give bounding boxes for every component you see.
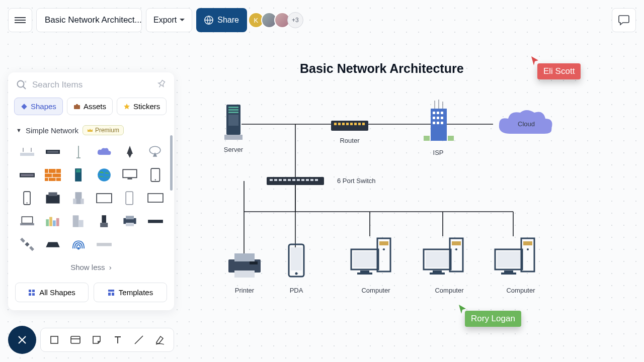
svg-rect-25: [73, 199, 76, 204]
panel-scrollbar[interactable]: [170, 135, 173, 191]
svg-rect-70: [362, 123, 365, 125]
shape-rocket[interactable]: [118, 141, 141, 162]
search-input[interactable]: [32, 80, 152, 90]
shape-server-tower[interactable]: [66, 164, 90, 186]
svg-rect-5: [20, 153, 34, 156]
svg-rect-23: [48, 193, 57, 196]
svg-rect-30: [22, 217, 32, 223]
shape-wifi-router[interactable]: [15, 141, 39, 162]
svg-rect-61: [224, 135, 243, 140]
svg-rect-37: [79, 220, 84, 227]
shape-satellite[interactable]: [15, 234, 39, 255]
tool-line[interactable]: [129, 330, 148, 350]
node-label: Computer: [358, 287, 393, 294]
shape-tablet[interactable]: [143, 164, 167, 186]
tool-card[interactable]: [66, 330, 85, 350]
node-label: Printer: [229, 287, 260, 294]
pin-button[interactable]: [157, 79, 166, 90]
node-pda[interactable]: [287, 242, 306, 281]
briefcase-icon: [73, 103, 80, 110]
chevron-right-icon: ›: [109, 263, 112, 272]
tool-sticky[interactable]: [87, 330, 106, 350]
svg-rect-44: [25, 242, 29, 246]
show-less-button[interactable]: Show less ›: [8, 259, 174, 278]
templates-button[interactable]: Templates: [94, 283, 167, 302]
svg-rect-48: [97, 243, 112, 246]
svg-rect-45: [20, 238, 25, 243]
tab-shapes[interactable]: Shapes: [14, 98, 63, 115]
node-computer[interactable]: [348, 236, 394, 282]
svg-rect-52: [32, 293, 35, 296]
svg-rect-43: [148, 220, 163, 223]
tool-highlight[interactable]: [150, 330, 170, 350]
svg-point-101: [295, 273, 298, 275]
svg-rect-117: [523, 241, 532, 245]
svg-point-118: [527, 248, 529, 250]
tool-text[interactable]: [108, 330, 127, 350]
svg-rect-3: [74, 105, 80, 109]
svg-rect-60: [228, 115, 238, 126]
svg-rect-106: [353, 251, 376, 267]
shape-hub[interactable]: [143, 211, 167, 232]
svg-rect-121: [504, 270, 513, 273]
svg-rect-14: [76, 171, 80, 172]
svg-rect-108: [357, 273, 372, 275]
close-fab[interactable]: [8, 326, 36, 354]
svg-rect-64: [338, 123, 341, 125]
svg-rect-85: [274, 179, 277, 181]
svg-rect-49: [29, 290, 31, 292]
svg-rect-120: [497, 251, 520, 267]
svg-rect-79: [437, 122, 439, 124]
node-isp[interactable]: [421, 99, 457, 149]
shape-screen[interactable]: [92, 188, 116, 209]
category-header[interactable]: ▼ Simple Network Premium: [8, 120, 174, 139]
svg-rect-107: [360, 270, 369, 273]
all-shapes-button[interactable]: All Shapes: [15, 283, 89, 302]
shape-antenna[interactable]: [66, 141, 90, 162]
tool-rectangle[interactable]: [45, 330, 64, 350]
svg-rect-22: [46, 195, 59, 204]
shape-globe[interactable]: [92, 164, 116, 186]
shape-signal[interactable]: [66, 234, 90, 255]
node-printer[interactable]: [225, 250, 264, 283]
grid-icon: [28, 289, 35, 296]
panel-footer: All Shapes Templates: [8, 278, 174, 310]
shape-monitor[interactable]: [118, 164, 141, 186]
node-switch[interactable]: [266, 175, 325, 189]
shape-modem[interactable]: [41, 234, 64, 255]
shape-laptop[interactable]: [15, 211, 39, 232]
node-computer[interactable]: [421, 236, 467, 282]
shape-grid: [8, 139, 174, 259]
shape-building[interactable]: [66, 188, 90, 209]
category-name: Simple Network: [26, 126, 78, 135]
shape-firewall[interactable]: [41, 164, 64, 186]
shape-widescreen[interactable]: [143, 188, 167, 209]
shape-gateway[interactable]: [92, 234, 116, 255]
node-computer[interactable]: [492, 236, 538, 282]
collaborator-cursor-eli: Eli Scott: [537, 63, 581, 79]
shape-rack[interactable]: [15, 164, 39, 186]
shape-office[interactable]: [66, 211, 90, 232]
shape-phone[interactable]: [15, 188, 39, 209]
shape-cloud[interactable]: [92, 141, 116, 162]
tab-stickers[interactable]: Stickers: [117, 98, 167, 115]
node-server[interactable]: [223, 104, 244, 144]
shape-fax[interactable]: [41, 188, 64, 209]
tab-assets[interactable]: Assets: [67, 98, 113, 115]
shape-deskphone[interactable]: [92, 211, 116, 232]
svg-rect-55: [112, 293, 114, 296]
shape-satellite-dish[interactable]: [143, 141, 167, 162]
svg-rect-78: [433, 122, 435, 124]
svg-rect-123: [51, 336, 58, 343]
shape-printer[interactable]: [118, 211, 141, 232]
svg-rect-26: [80, 199, 84, 204]
node-router[interactable]: [330, 116, 369, 136]
svg-rect-80: [441, 122, 443, 124]
svg-rect-93: [310, 179, 313, 181]
shape-switch[interactable]: [41, 141, 64, 162]
svg-rect-98: [250, 261, 258, 264]
shape-pda[interactable]: [118, 188, 141, 209]
shape-empty: [143, 234, 167, 255]
shape-city[interactable]: [41, 211, 64, 232]
shapes-panel: Shapes Assets Stickers ▼ Simple Network …: [8, 72, 174, 310]
